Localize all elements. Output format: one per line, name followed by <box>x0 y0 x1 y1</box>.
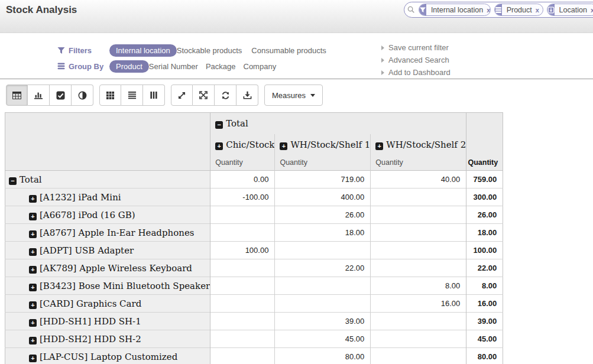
group-by-menu-button[interactable]: Group By <box>57 62 109 71</box>
measure-header[interactable]: Quantity <box>371 155 466 171</box>
group-by-company[interactable]: Company <box>244 62 277 71</box>
column-header-shelf1[interactable]: WH/Stock/Shelf 1 <box>275 134 371 155</box>
cell <box>371 206 466 224</box>
column-header-chic-stock[interactable]: Chic/Stock <box>210 134 275 155</box>
expand-icon[interactable] <box>280 142 287 150</box>
add-to-dashboard-button[interactable]: Add to Dashboard <box>381 66 451 79</box>
expand-icon[interactable] <box>29 284 37 291</box>
search-facet-product[interactable]: Product x <box>494 4 543 16</box>
search-facet-internal-location[interactable]: Internal location x <box>419 4 491 16</box>
cell <box>371 224 466 242</box>
facet-remove-button[interactable]: x <box>591 6 593 14</box>
refresh-button[interactable] <box>215 84 236 106</box>
pivot-row-header[interactable]: Total <box>5 171 210 188</box>
cell: 39.00 <box>275 313 371 330</box>
filter-stockable-products[interactable]: Stockable products <box>177 46 242 55</box>
expand-icon[interactable] <box>29 319 37 327</box>
cell: 100.00 <box>210 242 275 259</box>
bar-chart-view-button[interactable] <box>28 84 50 106</box>
collapse-icon[interactable] <box>9 177 17 185</box>
cell <box>210 295 275 313</box>
caret-down-icon <box>310 94 315 97</box>
pivot-row-header[interactable]: [CARD] Graphics Card <box>5 295 210 313</box>
expand-icon[interactable] <box>29 355 37 362</box>
top-bar: Stock Analysis Internal location x Produ… <box>0 0 593 33</box>
table-row: [AK789] Apple Wireless Keyboard 22.00 22… <box>5 259 503 277</box>
facet-remove-button[interactable]: x <box>487 6 490 14</box>
pivot-row-header[interactable]: [A8767] Apple In-Ear Headphones <box>5 224 210 242</box>
expand-icon[interactable] <box>29 266 37 274</box>
expand-icon[interactable] <box>29 248 37 256</box>
cell <box>371 330 466 348</box>
pivot-row-header[interactable]: [LAP-CUS] Laptop Customized <box>5 348 210 364</box>
expand-icon[interactable] <box>375 142 383 150</box>
triangle-right-icon <box>381 70 384 75</box>
pivot-row-header[interactable]: [A1232] iPad Mini <box>5 188 210 206</box>
cell: 759.00 <box>466 171 503 188</box>
search-facet-location[interactable]: Location x <box>547 4 593 16</box>
grand-total-measure-header[interactable]: Quantity <box>466 155 503 171</box>
cell <box>210 330 275 348</box>
grid-layout-button[interactable] <box>99 84 121 106</box>
full-expand-button[interactable] <box>193 84 215 106</box>
group-by-package[interactable]: Package <box>206 62 236 71</box>
facet-remove-button[interactable]: x <box>536 6 539 14</box>
pivot-row-header[interactable]: [A6678] iPod (16 GB) <box>5 206 210 224</box>
list-layout-button[interactable] <box>121 84 143 106</box>
advanced-search-button[interactable]: Advanced Search <box>381 54 451 66</box>
pivot-row-header[interactable]: [HDD-SH1] HDD SH-1 <box>5 313 210 330</box>
check-view-button[interactable] <box>50 84 72 106</box>
download-button[interactable] <box>236 84 258 106</box>
expand-all-button[interactable] <box>171 84 193 106</box>
pivot-row-header[interactable]: [HDD-SH2] HDD SH-2 <box>5 330 210 348</box>
cell <box>210 206 275 224</box>
measure-header[interactable]: Quantity <box>275 155 371 171</box>
cell <box>275 242 371 259</box>
arrows-icon <box>199 90 208 100</box>
pivot-row-header[interactable]: [AK789] Apple Wireless Keyboard <box>5 259 210 277</box>
cell: 18.00 <box>466 224 503 242</box>
filters-menu-button[interactable]: Filters <box>57 46 109 55</box>
filter-internal-location[interactable]: Internal location <box>109 44 177 57</box>
pivot-view-button[interactable] <box>6 84 28 106</box>
cell <box>275 277 371 295</box>
measure-header[interactable]: Quantity <box>210 155 275 171</box>
expand-icon <box>177 91 186 100</box>
expand-icon[interactable] <box>29 337 37 344</box>
group-by-serial-number[interactable]: Serial Number <box>149 62 198 71</box>
table-row: [CARD] Graphics Card 16.00 16.00 <box>5 295 503 313</box>
cell: 45.00 <box>275 330 371 348</box>
save-current-filter-button[interactable]: Save current filter <box>381 41 451 54</box>
expand-icon[interactable] <box>29 195 37 203</box>
pivot-actions-group <box>171 84 258 106</box>
facet-label: Internal location <box>431 6 483 14</box>
cell: 16.00 <box>466 295 503 313</box>
table-row: [A8767] Apple In-Ear Headphones 18.00 18… <box>5 224 503 242</box>
search-icon[interactable] <box>407 5 415 14</box>
table-row: Total 0.00 719.00 40.00 759.00 <box>5 171 503 188</box>
measures-dropdown-button[interactable]: Measures <box>264 84 323 106</box>
expand-icon[interactable] <box>215 142 223 150</box>
column-group-total[interactable]: Total <box>210 113 466 134</box>
th-large-icon <box>106 91 115 100</box>
group-by-product[interactable]: Product <box>109 60 149 73</box>
adjust-icon <box>78 91 87 100</box>
search-input[interactable]: Internal location x Product x <box>404 2 593 18</box>
refresh-icon <box>221 91 230 100</box>
cell <box>210 348 275 364</box>
expand-icon[interactable] <box>29 213 37 220</box>
expand-icon[interactable] <box>29 230 37 238</box>
expand-icon[interactable] <box>29 301 37 309</box>
contrast-view-button[interactable] <box>72 84 93 106</box>
filter-consumable-products[interactable]: Consumable products <box>251 46 326 55</box>
collapse-icon[interactable] <box>215 121 223 129</box>
pivot-corner-cell <box>5 113 210 171</box>
pivot-row-header[interactable]: [ADPT] USB Adapter <box>5 242 210 259</box>
column-header-shelf2[interactable]: WH/Stock/Shelf 2 <box>371 134 466 155</box>
columns-layout-button[interactable] <box>143 84 165 106</box>
cell <box>210 259 275 277</box>
cell: 39.00 <box>466 313 503 330</box>
pivot-row-header[interactable]: [B3423] Bose Mini Bluetooth Speaker <box>5 277 210 295</box>
cell: 22.00 <box>275 259 371 277</box>
table-row: [A1232] iPad Mini -100.00 400.00 300.00 <box>5 188 503 206</box>
